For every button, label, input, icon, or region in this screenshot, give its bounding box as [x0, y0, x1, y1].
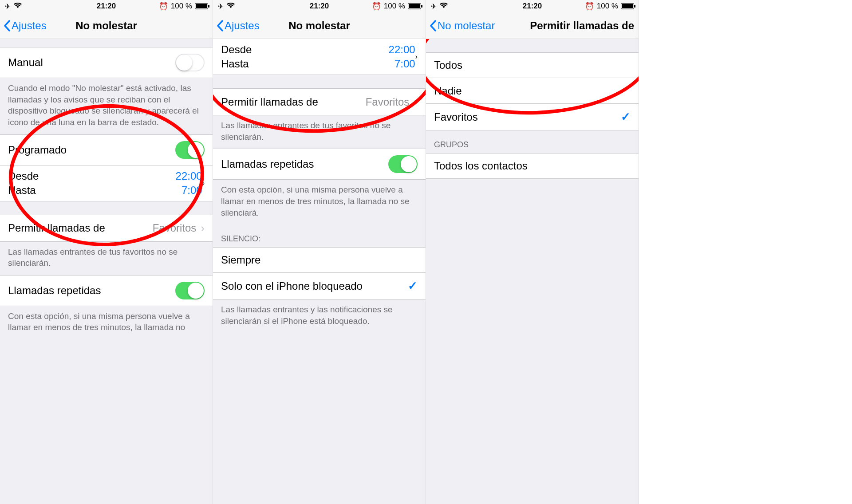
alarm-icon: ⏰ — [159, 2, 168, 11]
programado-label: Programado — [8, 144, 175, 156]
content: Todos Nadie Favoritos ✓ GRUPOS Todos los… — [426, 39, 639, 179]
status-time: 21:20 — [97, 2, 116, 11]
nav-bar: Ajustes No molestar — [0, 12, 213, 39]
allow-calls-value: Favoritos — [366, 96, 410, 108]
hasta-value: 7:00 — [176, 184, 202, 197]
content: Manual Cuando el modo "No molestar" está… — [0, 39, 213, 339]
screen-1: ✈︎ 21:20 ⏰ 100 % Ajustes No molestar Man… — [0, 0, 213, 504]
silence-always-label: Siempre — [221, 254, 418, 266]
silence-footer: Las llamadas entrantes y las notificacio… — [213, 299, 426, 333]
hasta-label: Hasta — [221, 58, 389, 70]
manual-footer: Cuando el modo "No molestar" está activa… — [0, 78, 213, 134]
nav-title: Permitir llamadas de — [530, 20, 634, 32]
repeated-calls-row[interactable]: Llamadas repetidas — [213, 149, 426, 180]
wifi-icon — [439, 2, 448, 11]
status-bar: ✈︎ 21:20 ⏰ 100 % — [213, 0, 426, 12]
battery-icon — [408, 3, 421, 9]
nav-bar: No molestar Permitir llamadas de — [426, 12, 639, 39]
allow-calls-row[interactable]: Permitir llamadas de Favoritos › — [0, 215, 213, 242]
blank-area — [639, 0, 852, 504]
status-bar: ✈︎ 21:20 ⏰ 100 % — [0, 0, 213, 12]
battery-icon — [195, 3, 208, 9]
option-todos[interactable]: Todos — [426, 52, 639, 78]
option-contactos[interactable]: Todos los contactos — [426, 153, 639, 179]
battery-icon — [621, 3, 634, 9]
back-label: Ajustes — [12, 20, 47, 32]
screen-2: ✈︎ 21:20 ⏰ 100 % Ajustes No molestar Des… — [213, 0, 426, 504]
desde-label: Desde — [8, 170, 176, 182]
chevron-right-icon: › — [201, 221, 205, 235]
chevron-left-icon — [430, 20, 437, 32]
chevron-right-icon: › — [414, 95, 418, 109]
allow-calls-row[interactable]: Permitir llamadas de Favoritos › — [213, 88, 426, 115]
battery-percent: 100 % — [384, 2, 405, 11]
repeated-calls-toggle[interactable] — [388, 155, 418, 173]
check-icon: ✓ — [408, 279, 418, 293]
allow-calls-label: Permitir llamadas de — [8, 222, 153, 234]
grupos-header: GRUPOS — [426, 130, 639, 153]
allow-calls-value: Favoritos — [153, 222, 197, 234]
desde-value: 22:00 — [176, 170, 202, 182]
alarm-icon: ⏰ — [585, 2, 594, 11]
schedule-row[interactable]: Desde Hasta 22:00 7:00 › — [213, 39, 426, 75]
nav-title: No molestar — [288, 20, 350, 32]
option-nadie[interactable]: Nadie — [426, 78, 639, 104]
back-button[interactable]: Ajustes — [217, 20, 260, 32]
silence-locked-row[interactable]: Solo con el iPhone bloqueado ✓ — [213, 273, 426, 299]
status-bar: ✈︎ 21:20 ⏰ 100 % — [426, 0, 639, 12]
repeated-calls-footer: Con esta opción, si una misma persona vu… — [213, 180, 426, 224]
repeated-calls-row[interactable]: Llamadas repetidas — [0, 275, 213, 306]
option-favoritos-label: Favoritos — [434, 111, 621, 123]
desde-label: Desde — [221, 43, 389, 56]
hasta-label: Hasta — [8, 184, 176, 197]
status-time: 21:20 — [523, 2, 542, 11]
airplane-icon: ✈︎ — [4, 2, 11, 11]
option-contactos-label: Todos los contactos — [434, 160, 631, 172]
back-label: No molestar — [438, 20, 495, 32]
airplane-icon: ✈︎ — [217, 2, 224, 11]
repeated-calls-footer: Con esta opción, si una misma persona vu… — [0, 306, 213, 339]
allow-calls-label: Permitir llamadas de — [221, 96, 366, 108]
alarm-icon: ⏰ — [372, 2, 381, 11]
silence-header: SILENCIO: — [213, 224, 426, 247]
nav-bar: Ajustes No molestar — [213, 12, 426, 39]
battery-percent: 100 % — [597, 2, 618, 11]
back-button[interactable]: No molestar — [430, 20, 495, 32]
content: Desde Hasta 22:00 7:00 › Permitir llamad… — [213, 39, 426, 333]
option-todos-label: Todos — [434, 59, 631, 71]
wifi-icon — [226, 2, 235, 11]
status-time: 21:20 — [310, 2, 329, 11]
screen-3: ✈︎ 21:20 ⏰ 100 % No molestar Permitir ll… — [426, 0, 639, 504]
wifi-icon — [13, 2, 22, 11]
repeated-calls-label: Llamadas repetidas — [221, 158, 388, 170]
desde-value: 22:00 — [389, 43, 415, 56]
repeated-calls-toggle[interactable] — [175, 282, 205, 299]
check-icon: ✓ — [621, 110, 631, 124]
manual-label: Manual — [8, 56, 175, 69]
allow-calls-footer: Las llamadas entrantes de tus favoritos … — [213, 115, 426, 149]
airplane-icon: ✈︎ — [430, 2, 437, 11]
chevron-left-icon — [4, 20, 11, 32]
repeated-calls-label: Llamadas repetidas — [8, 284, 175, 297]
back-button[interactable]: Ajustes — [4, 20, 47, 32]
silence-locked-label: Solo con el iPhone bloqueado — [221, 280, 408, 292]
allow-calls-footer: Las llamadas entrantes de tus favoritos … — [0, 242, 213, 275]
manual-row[interactable]: Manual — [0, 47, 213, 78]
programado-toggle[interactable] — [175, 141, 205, 159]
nav-title: No molestar — [75, 20, 137, 32]
battery-percent: 100 % — [171, 2, 192, 11]
chevron-right-icon: › — [202, 179, 205, 187]
programado-row[interactable]: Programado — [0, 134, 213, 165]
manual-toggle[interactable] — [175, 54, 205, 71]
chevron-right-icon: › — [415, 53, 418, 61]
hasta-value: 7:00 — [389, 58, 415, 70]
chevron-left-icon — [217, 20, 224, 32]
schedule-row[interactable]: Desde Hasta 22:00 7:00 › — [0, 165, 213, 201]
back-label: Ajustes — [225, 20, 260, 32]
option-favoritos[interactable]: Favoritos ✓ — [426, 104, 639, 130]
option-nadie-label: Nadie — [434, 85, 631, 97]
silence-always-row[interactable]: Siempre — [213, 247, 426, 273]
